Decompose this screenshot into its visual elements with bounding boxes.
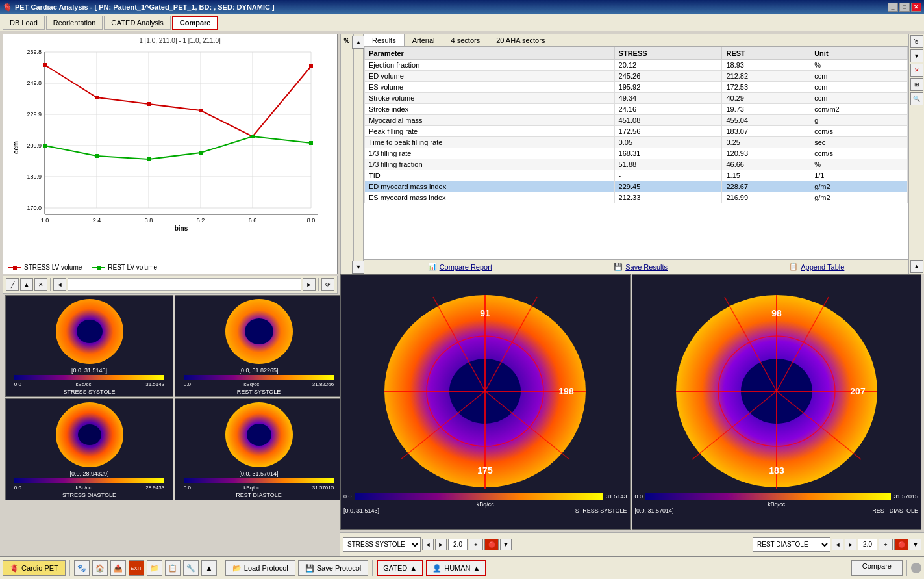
save-results-btn[interactable]: 💾 Save Results [614, 263, 668, 271]
left-prev-btn[interactable]: ◄ [422, 539, 434, 550]
footer-icon-7[interactable]: 🔧 [183, 560, 199, 576]
left-value-input[interactable] [448, 539, 468, 550]
side-tool-1[interactable]: 🖱 [910, 35, 923, 48]
tab-results[interactable]: Results [364, 34, 405, 46]
param-cell: TID [365, 170, 615, 181]
stress-diastole-max-small: 28.9433 [145, 485, 164, 491]
right-value-input[interactable] [858, 539, 877, 550]
rest-cell: 120.93 [722, 148, 810, 159]
unit-cell: ccm [810, 82, 908, 93]
rest-cell: 212.82 [722, 71, 810, 82]
rest-systole-min-small: 0.0 [184, 381, 191, 387]
svg-rect-35 [147, 157, 151, 161]
right-polar-dropdown[interactable]: REST DIASTOLE REST SYSTOLE STRESS SYSTOL… [753, 537, 830, 552]
svg-point-48 [247, 424, 271, 446]
side-tool-4[interactable]: ⊞ [910, 78, 923, 91]
title-bar: 🫀 PET Cardiac Analysis - [ PN: Patient_1… [0, 0, 924, 14]
tab-db-load[interactable]: DB Load [3, 16, 45, 30]
compare-footer-btn[interactable]: Compare [851, 560, 903, 576]
table-row: Stroke index 24.16 19.73 ccm/m2 [365, 104, 908, 115]
table-row: 1/3 filling rate 168.31 120.93 ccm/s [365, 148, 908, 159]
maximize-button[interactable]: □ [899, 3, 910, 12]
right-prev-btn[interactable]: ◄ [832, 539, 843, 550]
footer-icon-1[interactable]: 🐾 [74, 560, 90, 576]
footer-icon-3[interactable]: 📤 [110, 560, 126, 576]
tab-reorientation[interactable]: Reorientation [46, 16, 103, 30]
param-cell: 1/3 filling fraction [365, 159, 615, 170]
svg-point-42 [77, 320, 103, 343]
footer-icon-4[interactable]: EXIT [129, 560, 144, 576]
stress-cell: 195.92 [614, 82, 722, 93]
polar-maps-grid: [0.0, 31.5143] 0.0 kBq/cc 31.5143 STRESS… [5, 295, 343, 500]
svg-rect-36 [199, 151, 203, 155]
line-tool-btn[interactable]: ╱ [6, 278, 19, 291]
side-tool-3[interactable]: ✕ [910, 64, 923, 77]
right-dropdown-arrow[interactable]: ▼ [910, 539, 921, 550]
left-color-btn[interactable]: 🔴 [484, 539, 499, 550]
right-plus-btn[interactable]: + [879, 539, 893, 550]
side-tool-2[interactable]: ▼ [910, 49, 923, 62]
polar-stress-systole-large: 91 198 175 0.0 31.5143 kBq/cc [0.0, 31.5… [340, 274, 631, 530]
svg-rect-28 [95, 96, 99, 99]
side-tool-5[interactable]: 🔍 [910, 92, 923, 105]
svg-rect-40 [97, 266, 101, 270]
save-protocol-btn[interactable]: 💾 Save Protocol [298, 560, 368, 576]
legend-rest: REST LV volume [108, 264, 157, 271]
param-cell: Time to peak filling rate [365, 137, 615, 148]
load-protocol-btn[interactable]: 📂 Load Protocol [225, 560, 295, 576]
footer-icon-5[interactable]: 📁 [147, 560, 162, 576]
unit-cell: ccm/s [810, 126, 908, 137]
tab-gated-analysis[interactable]: GATED Analysis [104, 16, 171, 30]
unit-cell: g/m2 [810, 192, 908, 203]
right-color-btn[interactable]: 🔴 [894, 539, 908, 550]
table-row: Stroke volume 49.34 40.29 ccm [365, 93, 908, 104]
left-dropdown-arrow[interactable]: ▼ [500, 539, 512, 550]
left-plus-btn[interactable]: + [469, 539, 483, 550]
right-next-btn[interactable]: ► [845, 539, 856, 550]
chart-toolbar: ╱ ▲ ✕ ◄ ► ⟳ [3, 276, 338, 294]
rest-cell: 172.53 [722, 82, 810, 93]
svg-text:1.0: 1.0 [41, 217, 49, 224]
close-button[interactable]: ✕ [911, 3, 921, 12]
svg-text:207: 207 [850, 386, 866, 396]
unit-cell: g [810, 115, 908, 126]
svg-rect-32 [309, 64, 313, 68]
tab-compare[interactable]: Compare [172, 16, 219, 30]
table-row: Time to peak filling rate 0.05 0.25 sec [365, 137, 908, 148]
scroll-left-btn[interactable]: ◄ [53, 278, 66, 291]
cardio-pet-icon: 🫀 [10, 564, 19, 573]
menu-bar: DB Load Reorientation GATED Analysis Com… [0, 14, 924, 31]
gated-btn[interactable]: GATED ▲ [377, 560, 423, 576]
rest-cell: 455.04 [722, 115, 810, 126]
left-next-btn[interactable]: ► [435, 539, 447, 550]
append-table-btn[interactable]: 📋 Append Table [789, 263, 844, 271]
scroll-up-btn[interactable]: ▲ [352, 36, 365, 49]
stress-cell: 20.12 [614, 60, 722, 71]
save-results-icon: 💾 [614, 263, 623, 271]
minimize-button[interactable]: _ [888, 3, 898, 12]
scroll-down-btn[interactable]: ▼ [352, 261, 365, 274]
compare-report-btn[interactable]: 📊 Compare Report [428, 263, 492, 271]
cycle-btn[interactable]: ⟳ [321, 278, 334, 291]
human-btn[interactable]: 👤 HUMAN ▲ [426, 560, 486, 576]
footer-icon-6[interactable]: 📋 [165, 560, 181, 576]
large-rest-diastole-label: REST DIASTOLE [872, 508, 918, 514]
footer-icon-2[interactable]: 🏠 [92, 560, 108, 576]
up-btn[interactable]: ▲ [20, 278, 33, 291]
rest-cell: 40.29 [722, 93, 810, 104]
chart-legend: STRESS LV volume REST LV volume [3, 261, 337, 274]
remove-btn[interactable]: ✕ [34, 278, 47, 291]
stress-diastole-unit-small: kBq/cc [76, 485, 92, 491]
tab-arterial[interactable]: Arterial [405, 34, 443, 46]
scroll-right-btn[interactable]: ► [303, 278, 316, 291]
rest-cell: 18.93 [722, 60, 810, 71]
footer-icon-8[interactable]: ▲ [201, 560, 217, 576]
tab-20-aha-sectors[interactable]: 20 AHA sectors [488, 34, 553, 46]
side-tool-6[interactable]: ▲ [910, 260, 923, 273]
cardio-pet-btn[interactable]: 🫀 Cardio PET [3, 560, 66, 576]
left-polar-dropdown[interactable]: STRESS SYSTOLE STRESS DIASTOLE REST SYST… [343, 537, 421, 552]
svg-text:6.6: 6.6 [249, 217, 257, 224]
tab-4-sectors[interactable]: 4 sectors [443, 34, 489, 46]
stress-cell: 51.88 [614, 159, 722, 170]
svg-rect-33 [43, 144, 47, 148]
